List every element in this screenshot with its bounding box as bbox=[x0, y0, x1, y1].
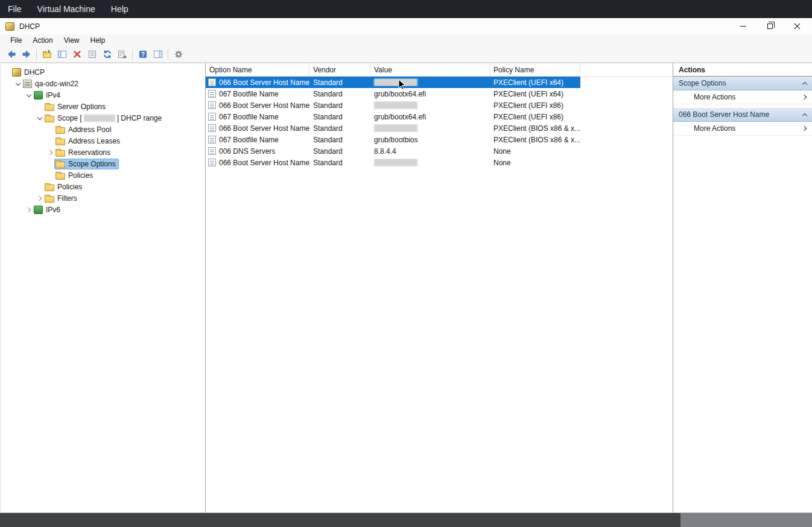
table-row[interactable]: 066 Boot Server Host NameStandardNone bbox=[206, 157, 580, 168]
chevron-placeholder bbox=[46, 171, 55, 180]
option-name-text: 006 DNS Servers bbox=[219, 147, 275, 156]
vm-menu-help[interactable]: Help bbox=[103, 0, 136, 18]
window-controls bbox=[729, 18, 811, 34]
refresh-button[interactable] bbox=[100, 48, 115, 62]
taskbar-left bbox=[0, 513, 680, 527]
forward-button[interactable] bbox=[19, 48, 34, 62]
chevron-placeholder bbox=[46, 125, 55, 134]
redacted-value bbox=[374, 78, 417, 86]
tree-item[interactable]: Reservations bbox=[1, 147, 205, 158]
table-row[interactable]: 067 Bootfile NameStandardgrub/bootx64.ef… bbox=[206, 111, 580, 122]
tree-item[interactable]: IPv6 bbox=[1, 204, 205, 215]
cell-value: 8.8.4.4 bbox=[370, 147, 490, 156]
tree-item[interactable]: Scope [] DHCP range bbox=[1, 112, 205, 124]
action-section-header[interactable]: Scope Options bbox=[673, 77, 812, 90]
cell-vendor: Standard bbox=[309, 101, 370, 110]
more-actions-label: More Actions bbox=[694, 124, 735, 133]
gear-button[interactable] bbox=[171, 48, 186, 62]
tree-item[interactable]: DHCP bbox=[1, 66, 205, 78]
cell-option-name: 067 Bootfile Name bbox=[206, 90, 309, 98]
help-icon: ? bbox=[138, 49, 148, 59]
tree-item[interactable]: Policies bbox=[1, 169, 205, 181]
column-header-vendor[interactable]: Vendor bbox=[309, 63, 370, 76]
show-action-pane-button[interactable] bbox=[150, 48, 165, 62]
column-header-option-name[interactable]: Option Name bbox=[206, 63, 309, 76]
minimize-icon bbox=[740, 26, 746, 27]
table-row[interactable]: 067 Bootfile NameStandardgrub/bootbiosPX… bbox=[206, 134, 580, 145]
chevron-right-icon[interactable] bbox=[36, 194, 44, 203]
delete-button[interactable] bbox=[69, 48, 84, 62]
cell-vendor: Standard bbox=[309, 124, 370, 133]
option-icon bbox=[208, 124, 216, 132]
restore-button[interactable] bbox=[756, 18, 784, 34]
tree-node: Address Pool bbox=[55, 125, 113, 134]
close-button[interactable] bbox=[784, 18, 811, 34]
table-row[interactable]: 066 Boot Server Host NameStandardPXEClie… bbox=[206, 122, 580, 134]
show-action-pane-icon bbox=[153, 49, 163, 59]
chevron-up-icon[interactable] bbox=[802, 81, 807, 86]
server-icon bbox=[23, 80, 32, 88]
chevron-down-icon[interactable] bbox=[25, 91, 33, 99]
minimize-button[interactable] bbox=[729, 18, 756, 34]
chevron-up-icon[interactable] bbox=[802, 113, 807, 118]
table-row[interactable]: 066 Boot Server Host NameStandardPXEClie… bbox=[206, 77, 580, 88]
column-header-policy-name[interactable]: Policy Name bbox=[490, 63, 580, 76]
menu-file[interactable]: File bbox=[5, 34, 27, 46]
tree-item[interactable]: Address Leases bbox=[1, 135, 205, 147]
menu-help[interactable]: Help bbox=[85, 34, 111, 46]
option-icon bbox=[208, 113, 216, 121]
action-section-header[interactable]: 066 Boot Server Host Name bbox=[673, 108, 812, 122]
folder-icon bbox=[56, 127, 65, 134]
table-row[interactable]: 066 Boot Server Host NameStandardPXEClie… bbox=[206, 99, 580, 111]
chevron-right-icon[interactable] bbox=[25, 206, 33, 214]
tree-item-label: Filters bbox=[57, 194, 77, 203]
ipv4-icon bbox=[34, 91, 43, 99]
column-header-value[interactable]: Value bbox=[370, 63, 490, 76]
tree-node: Address Leases bbox=[55, 136, 122, 146]
menu-action[interactable]: Action bbox=[27, 34, 58, 46]
cell-value: grub/bootbios bbox=[370, 136, 490, 144]
properties-button[interactable] bbox=[84, 48, 100, 62]
back-button[interactable] bbox=[4, 48, 19, 62]
more-actions-item[interactable]: More Actions bbox=[673, 90, 812, 104]
dhcp-app-icon bbox=[5, 22, 14, 31]
tree-item-label: DHCP bbox=[24, 68, 45, 77]
table-row[interactable]: 067 Bootfile NameStandardgrub/bootx64.ef… bbox=[206, 88, 580, 99]
tree-item[interactable]: qa-odc-win22 bbox=[1, 78, 205, 89]
tree-item[interactable]: Address Pool bbox=[1, 124, 205, 135]
chevron-placeholder bbox=[36, 103, 44, 111]
folder-icon bbox=[45, 104, 54, 111]
more-actions-item[interactable]: More Actions bbox=[673, 122, 812, 136]
submenu-arrow-icon bbox=[802, 95, 807, 99]
chevron-down-icon[interactable] bbox=[14, 80, 22, 88]
table-row[interactable]: 006 DNS ServersStandard8.8.4.4None bbox=[206, 145, 580, 157]
chevron-down-icon[interactable] bbox=[36, 114, 44, 122]
tree-item-label: Policies bbox=[68, 171, 93, 180]
cell-vendor: Standard bbox=[309, 90, 370, 98]
help-button[interactable]: ? bbox=[135, 48, 150, 62]
tree-item[interactable]: Scope Options bbox=[1, 158, 205, 169]
back-icon bbox=[7, 49, 16, 59]
tree-item-label: IPv4 bbox=[46, 91, 60, 99]
tree-item[interactable]: Server Options bbox=[1, 101, 205, 112]
title-bar: DHCP bbox=[0, 18, 812, 34]
option-icon bbox=[208, 101, 216, 109]
svg-text:?: ? bbox=[141, 51, 144, 58]
tree-item[interactable]: Filters bbox=[1, 192, 205, 204]
menubar: File Action View Help bbox=[0, 34, 812, 46]
submenu-arrow-icon bbox=[802, 126, 807, 131]
tree-node: DHCP bbox=[11, 68, 47, 77]
export-list-button[interactable] bbox=[115, 48, 130, 62]
option-name-text: 067 Bootfile Name bbox=[219, 136, 279, 144]
show-console-tree-button[interactable] bbox=[54, 48, 69, 62]
tree-item[interactable]: IPv4 bbox=[1, 89, 205, 101]
tree-item[interactable]: Policies bbox=[1, 181, 205, 192]
chevron-right-icon[interactable] bbox=[46, 148, 55, 157]
menu-view[interactable]: View bbox=[59, 34, 85, 46]
vm-menu-file[interactable]: File bbox=[0, 0, 30, 18]
delete-icon bbox=[72, 49, 82, 59]
cell-option-name: 066 Boot Server Host Name bbox=[206, 159, 309, 167]
up-one-level-button[interactable] bbox=[39, 48, 54, 62]
taskbar-tray bbox=[680, 513, 812, 527]
vm-menu-virtual-machine[interactable]: Virtual Machine bbox=[30, 0, 103, 18]
